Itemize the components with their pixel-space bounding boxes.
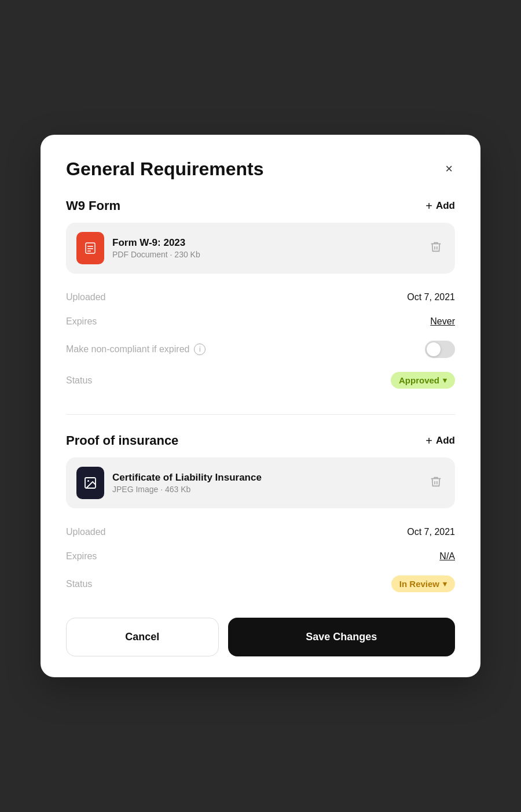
insurance-expires-label: Expires [66, 551, 97, 562]
save-changes-button[interactable]: Save Changes [228, 618, 455, 656]
insurance-status-chevron: ▾ [443, 580, 447, 588]
plus-icon-insurance: + [425, 434, 432, 448]
w9-non-compliant-label-group: Make non-compliant if expired i [66, 344, 206, 355]
w9-non-compliant-label: Make non-compliant if expired [66, 344, 189, 355]
w9-meta-rows: Uploaded Oct 7, 2021 Expires Never Make … [66, 285, 455, 396]
w9-expires-value[interactable]: Never [430, 316, 455, 327]
w9-section-header: W9 Form + Add [66, 198, 455, 213]
w9-file-meta: PDF Document · 230 Kb [112, 250, 200, 259]
cancel-button[interactable]: Cancel [66, 618, 219, 656]
w9-expires-row: Expires Never [66, 309, 455, 334]
w9-status-row: Status Approved ▾ [66, 365, 455, 396]
w9-non-compliant-row: Make non-compliant if expired i [66, 334, 455, 365]
insurance-file-card: Certificate of Liability Insurance JPEG … [66, 457, 455, 508]
w9-file-card-left: Form W-9: 2023 PDF Document · 230 Kb [76, 232, 200, 264]
insurance-file-info: Certificate of Liability Insurance JPEG … [112, 472, 262, 494]
insurance-status-row: Status In Review ▾ [66, 569, 455, 599]
w9-uploaded-label: Uploaded [66, 292, 106, 302]
insurance-uploaded-value: Oct 7, 2021 [407, 527, 455, 537]
w9-status-badge[interactable]: Approved ▾ [391, 372, 455, 389]
insurance-file-meta: JPEG Image · 463 Kb [112, 485, 262, 494]
plus-icon: + [425, 200, 432, 213]
insurance-meta-rows: Uploaded Oct 7, 2021 Expires N/A Status … [66, 520, 455, 599]
insurance-status-badge[interactable]: In Review ▾ [391, 575, 455, 592]
section-divider [66, 414, 455, 415]
info-icon[interactable]: i [194, 344, 206, 355]
w9-file-info: Form W-9: 2023 PDF Document · 230 Kb [112, 237, 200, 259]
modal-footer: Cancel Save Changes [66, 618, 455, 656]
insurance-section-header: Proof of insurance + Add [66, 433, 455, 448]
w9-non-compliant-toggle[interactable] [425, 341, 455, 358]
insurance-add-label: Add [436, 435, 455, 446]
close-button[interactable]: × [443, 160, 455, 178]
insurance-uploaded-label: Uploaded [66, 527, 106, 537]
insurance-file-name: Certificate of Liability Insurance [112, 472, 262, 483]
insurance-uploaded-row: Uploaded Oct 7, 2021 [66, 520, 455, 544]
insurance-add-button[interactable]: + Add [425, 434, 455, 448]
w9-status-label: Status [66, 375, 92, 386]
image-file-icon [76, 467, 104, 499]
w9-section: W9 Form + Add Form W-9: 2023 PD [66, 198, 455, 396]
w9-add-button[interactable]: + Add [425, 200, 455, 213]
svg-point-5 [87, 480, 89, 482]
insurance-status-value: In Review [399, 579, 439, 589]
w9-file-card: Form W-9: 2023 PDF Document · 230 Kb [66, 223, 455, 274]
w9-expires-label: Expires [66, 316, 97, 327]
insurance-section-title: Proof of insurance [66, 433, 178, 448]
insurance-section: Proof of insurance + Add Certificate of … [66, 433, 455, 599]
insurance-expires-value[interactable]: N/A [439, 551, 455, 562]
w9-add-label: Add [436, 200, 455, 212]
close-icon: × [445, 161, 453, 176]
modal-container: General Requirements × W9 Form + Add [41, 135, 480, 677]
w9-uploaded-row: Uploaded Oct 7, 2021 [66, 285, 455, 309]
insurance-expires-row: Expires N/A [66, 544, 455, 569]
w9-status-value: Approved [399, 375, 439, 385]
w9-status-chevron: ▾ [443, 376, 447, 385]
insurance-delete-button[interactable] [427, 473, 445, 493]
modal-title: General Requirements [66, 158, 263, 180]
w9-uploaded-value: Oct 7, 2021 [407, 292, 455, 302]
modal-header: General Requirements × [66, 158, 455, 180]
w9-section-title: W9 Form [66, 198, 120, 213]
w9-file-name: Form W-9: 2023 [112, 237, 200, 249]
pdf-file-icon [76, 232, 104, 264]
w9-delete-button[interactable] [427, 238, 445, 259]
insurance-status-label: Status [66, 579, 92, 589]
insurance-file-card-left: Certificate of Liability Insurance JPEG … [76, 467, 262, 499]
svg-rect-0 [86, 243, 95, 253]
